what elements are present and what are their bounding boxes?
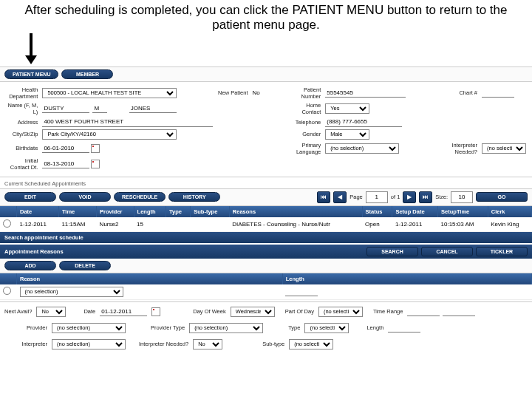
col-status[interactable]: Status <box>362 206 392 217</box>
provider-select[interactable]: (no selection) <box>52 323 126 333</box>
appointment-reasons-header: Appointment Reasons SEARCH CANCEL TICKLE… <box>0 245 532 259</box>
new-patient-label: New Patient <box>216 89 249 96</box>
city-select[interactable]: Park City/KY/42160 <box>42 129 176 140</box>
initial-contact-label: Initial Contact Dt. <box>6 157 39 171</box>
time-to-input[interactable] <box>443 307 475 316</box>
reschedule-button[interactable]: RESCHEDULE <box>114 192 166 202</box>
home-contact-select[interactable]: Yes <box>325 103 369 114</box>
search-schedule-header: Search appointment schedule <box>0 232 532 243</box>
type-select[interactable]: (no selection) <box>304 323 349 333</box>
patient-info-form: Health Department 500500 - LOCAL HEALTH … <box>0 82 532 175</box>
size-input[interactable] <box>451 191 473 203</box>
top-button-bar: PATIENT MENU MEMBER <box>0 66 532 82</box>
scheduled-appts-heading: Current Scheduled Appointments <box>0 179 532 188</box>
patient-number-label: Patient Number <box>289 86 322 100</box>
col-time[interactable]: Time <box>58 206 96 217</box>
pointer-arrow <box>0 33 532 66</box>
criteria-date-input[interactable] <box>100 307 147 316</box>
reason-select[interactable]: (no selection) <box>20 287 123 297</box>
new-patient-value: No <box>253 89 286 96</box>
table-row[interactable]: 1-12-2011 11:15AM Nurse2 15 DIABETES - C… <box>0 217 532 232</box>
gender-select[interactable]: Male <box>325 129 369 140</box>
reasons-table: Reason Length (no selection) <box>0 273 532 300</box>
subtype-select[interactable]: (no selection) <box>289 339 333 349</box>
telephone-label: Telephone <box>289 119 322 126</box>
reasons-toolbar: ADD DELETE <box>0 259 532 273</box>
member-button[interactable]: MEMBER <box>61 69 113 79</box>
void-button[interactable]: VOID <box>59 192 111 202</box>
provider-type-select[interactable]: (no selection) <box>189 323 263 333</box>
patient-number-input[interactable] <box>325 88 406 98</box>
page-of-label: of 1 <box>391 194 400 200</box>
row-select-radio[interactable] <box>3 219 11 228</box>
criteria-row-2: Provider (no selection) Provider Type (n… <box>0 320 532 336</box>
chart-label: Chart # <box>446 89 479 96</box>
birthdate-label: Birthdate <box>6 145 39 151</box>
interpreter-select[interactable]: (no selection) <box>52 339 126 349</box>
last-name-input[interactable] <box>129 103 177 113</box>
col-reason[interactable]: Reason <box>17 273 283 284</box>
home-contact-label: Home Contact <box>289 102 322 115</box>
criteria-row-3: Interpreter (no selection) Interpreter N… <box>0 336 532 352</box>
patient-menu-button[interactable]: PATIENT MENU <box>4 69 58 79</box>
col-setupdate[interactable]: Setup Date <box>392 206 438 217</box>
language-select[interactable]: (no selection) <box>325 143 399 154</box>
page-input[interactable] <box>366 191 388 203</box>
chart-input[interactable] <box>482 88 514 98</box>
criteria-row-1: Next Avail? No Date Day Of Week Wednesda… <box>0 304 532 320</box>
table-row[interactable]: (no selection) <box>0 284 532 300</box>
time-from-input[interactable] <box>407 307 440 316</box>
delete-button[interactable]: DELETE <box>59 261 111 270</box>
address-input[interactable] <box>42 117 213 127</box>
gender-label: Gender <box>289 131 322 137</box>
health-dept-select[interactable]: 500500 - LOCAL HEALTH TEST SITE <box>42 88 176 98</box>
page-label: Page <box>349 194 363 200</box>
col-subtype[interactable]: Sub-type <box>191 206 230 217</box>
last-page-button[interactable]: ⏭ <box>419 191 432 203</box>
interp-needed-label: Interpreter Needed? <box>446 142 479 155</box>
add-button[interactable]: ADD <box>4 261 56 270</box>
instruction-caption: After scheduling is completed, you can c… <box>0 0 532 33</box>
edit-button[interactable]: EDIT <box>4 192 56 202</box>
col-type[interactable]: Type <box>166 206 191 217</box>
prev-page-button[interactable]: ◀ <box>333 191 347 203</box>
middle-name-input[interactable] <box>92 103 107 113</box>
go-button[interactable]: GO <box>476 192 528 202</box>
row-select-radio[interactable] <box>3 287 11 295</box>
health-dept-label: Health Department <box>6 86 39 100</box>
appointment-toolbar: EDIT VOID RESCHEDULE HISTORY ⏮ ◀ Page of… <box>0 188 532 206</box>
telephone-input[interactable] <box>325 117 402 127</box>
partofday-select[interactable]: (no selection) <box>318 307 363 317</box>
col-date[interactable]: Date <box>17 206 59 217</box>
size-label: Size: <box>435 194 448 200</box>
search-button[interactable]: SEARCH <box>366 247 418 256</box>
birthdate-input[interactable] <box>42 143 89 153</box>
history-button[interactable]: HISTORY <box>168 192 220 202</box>
first-name-input[interactable] <box>42 103 89 113</box>
interp-needed-select[interactable]: (no selection) <box>482 143 526 154</box>
name-label: Name (F, M, L) <box>6 102 39 115</box>
appointments-table: Date Time Provider Length Type Sub-type … <box>0 206 532 232</box>
calendar-icon[interactable] <box>91 144 100 153</box>
first-page-button[interactable]: ⏮ <box>317 191 330 203</box>
language-label: Primary Language <box>289 142 322 155</box>
col-rlength[interactable]: Length <box>282 273 531 284</box>
cancel-button[interactable]: CANCEL <box>421 247 473 256</box>
calendar-icon[interactable] <box>151 307 160 316</box>
nextavail-select[interactable]: No <box>36 307 66 317</box>
col-provider[interactable]: Provider <box>97 206 134 217</box>
address-label: Address <box>6 119 39 126</box>
interpreter-needed-select[interactable]: No <box>193 339 222 349</box>
dayofweek-select[interactable]: Wednesday <box>231 307 275 317</box>
city-label: City/St/Zip <box>6 131 39 137</box>
calendar-icon[interactable] <box>91 160 100 168</box>
col-length[interactable]: Length <box>134 206 166 217</box>
col-clerk[interactable]: Clerk <box>488 206 531 217</box>
reason-length-input[interactable] <box>285 287 318 296</box>
initial-contact-input[interactable] <box>42 159 89 168</box>
col-setuptime[interactable]: SetupTime <box>438 206 488 217</box>
tickler-button[interactable]: TICKLER <box>476 247 528 256</box>
next-page-button[interactable]: ▶ <box>403 191 416 203</box>
length-input[interactable] <box>388 323 420 332</box>
col-reasons[interactable]: Reasons <box>229 206 362 217</box>
